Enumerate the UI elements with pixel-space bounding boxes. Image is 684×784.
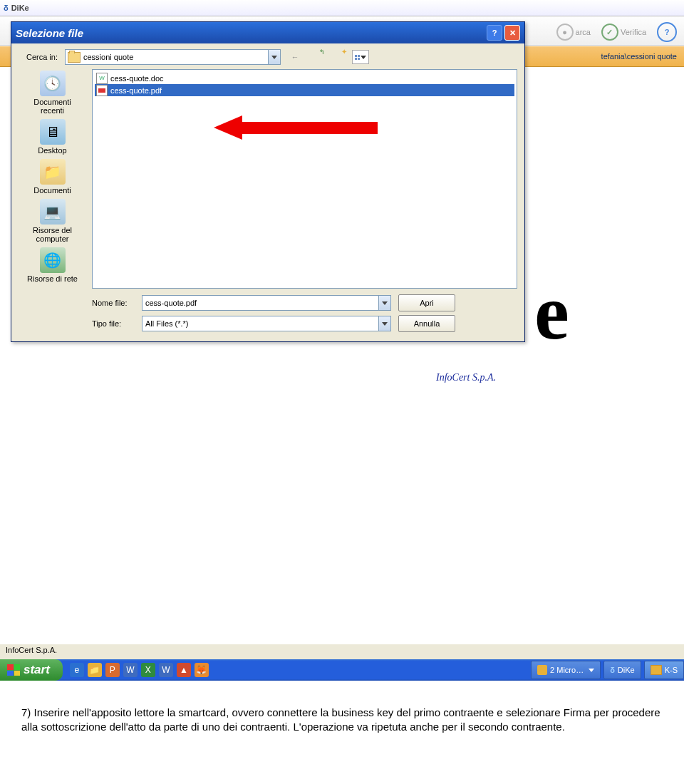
back-icon[interactable]: ← xyxy=(288,50,302,64)
look-in-combo[interactable]: cessioni quote xyxy=(65,49,281,65)
file-dialog: Selezione file ? ✕ Cerca in: cessioni qu… xyxy=(11,21,525,67)
toolbar-verifica-button[interactable]: ✓ Verifica xyxy=(601,24,646,41)
toolbar-arca-label: arca xyxy=(576,28,591,36)
view-menu-icon[interactable] xyxy=(352,50,369,64)
dialog-help-button[interactable]: ? xyxy=(487,25,502,41)
path-text: tefania\cessioni quote xyxy=(601,52,677,61)
dialog-title: Selezione file xyxy=(16,27,83,39)
up-one-level-icon[interactable]: ↰ xyxy=(309,50,323,64)
chevron-down-icon[interactable] xyxy=(268,50,280,64)
look-in-value: cessioni quote xyxy=(83,53,133,61)
toolbar-arca-button[interactable]: ● arca xyxy=(556,24,591,41)
dialog-titlebar[interactable]: Selezione file ? ✕ xyxy=(11,22,524,43)
look-in-label: Cerca in: xyxy=(19,53,58,61)
folder-icon xyxy=(68,52,81,63)
check-icon: ✓ xyxy=(601,24,618,41)
dialog-close-button[interactable]: ✕ xyxy=(504,25,520,41)
toolbar-verifica-label: Verifica xyxy=(621,28,646,36)
app-titlebar: δ DiKe xyxy=(0,0,684,16)
new-folder-icon[interactable]: ✦ xyxy=(331,50,345,64)
app-title: DiKe xyxy=(11,4,29,12)
app-icon: δ xyxy=(4,4,9,12)
stamp-icon: ● xyxy=(556,24,574,41)
help-button[interactable]: ? xyxy=(657,22,677,42)
